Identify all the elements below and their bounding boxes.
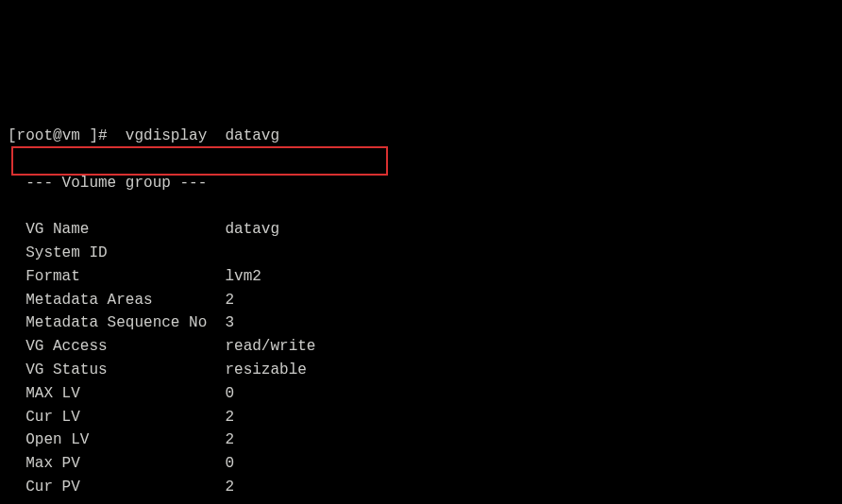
vg-header: --- Volume group ---	[8, 172, 834, 195]
output-row: Max PV 0	[8, 452, 834, 476]
output-row: VG Access read/write	[8, 335, 834, 359]
row-value: 2	[225, 292, 234, 309]
row-value: 0	[225, 385, 234, 402]
output-row: Open LV 2	[8, 428, 834, 452]
row-label: System ID	[8, 244, 225, 261]
row-label: Metadata Sequence No	[8, 314, 225, 331]
row-value: 3	[225, 314, 234, 331]
row-label: Cur PV	[8, 479, 225, 496]
row-label: Max PV	[8, 455, 225, 472]
output-row: Act PV 2	[8, 499, 834, 504]
row-value: 2	[225, 479, 234, 496]
output-row: MAX LV 0	[8, 382, 834, 406]
prompt-user: root	[17, 127, 53, 144]
output-row: Metadata Sequence No 3	[8, 311, 834, 335]
row-label: Metadata Areas	[8, 292, 225, 309]
output-row: VG Status resizable	[8, 359, 834, 382]
row-label: VG Name	[8, 221, 225, 238]
row-value: 2	[225, 431, 234, 448]
prompt-at: @	[53, 127, 62, 144]
prompt-close: ]#	[80, 127, 116, 144]
output-row: Cur PV 2	[8, 476, 834, 499]
output-row: Format lvm2	[8, 265, 834, 289]
row-value: datavg	[225, 221, 279, 238]
terminal-output: [root@vm ]# vgdisplay datavg --- Volume …	[8, 101, 834, 504]
row-value: lvm2	[225, 268, 261, 285]
row-label: Open LV	[8, 431, 225, 448]
prompt-host: vm	[62, 127, 80, 144]
row-value: read/write	[225, 338, 315, 355]
output-row: Metadata Areas 2	[8, 289, 834, 312]
row-label: VG Status	[8, 361, 225, 378]
row-label: Format	[8, 268, 225, 285]
row-label: Cur LV	[8, 409, 225, 426]
output-row: Cur LV 2	[8, 406, 834, 429]
row-value: 0	[225, 455, 234, 472]
prompt-line: [root@vm ]# vgdisplay datavg	[8, 125, 834, 148]
row-value: 2	[225, 409, 234, 426]
output-row: System ID	[8, 242, 834, 265]
row-value: resizable	[225, 361, 306, 378]
output-row: VG Name datavg	[8, 218, 834, 242]
command-text: vgdisplay datavg	[116, 127, 279, 144]
row-label: MAX LV	[8, 385, 225, 402]
prompt-open: [	[8, 127, 17, 144]
row-label: VG Access	[8, 338, 225, 355]
